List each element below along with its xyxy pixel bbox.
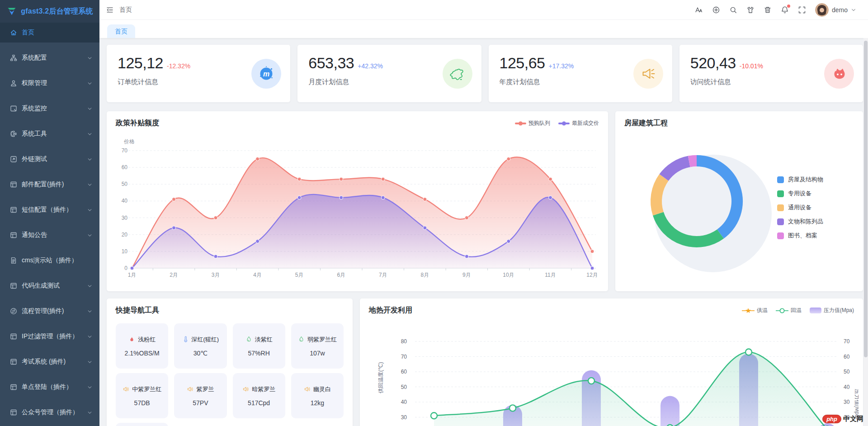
fullscreen-icon[interactable] [798, 6, 806, 14]
user-menu[interactable]: demo [815, 3, 856, 17]
sidebar-item-11[interactable]: 流程管理(插件) [0, 301, 99, 321]
header-icon-group [695, 6, 806, 14]
sidebar-item-label: 代码生成测试 [22, 282, 87, 290]
sidebar-item-label: 短信配置（插件） [22, 206, 87, 214]
sidebar-item-15[interactable]: 公众号管理（插件） [0, 402, 99, 422]
quick-nav-tile-0[interactable]: 浅粉红2.1%OBS/M [116, 323, 168, 369]
svg-text:m: m [263, 70, 269, 77]
sidebar-item-3[interactable]: 系统监控 [0, 99, 99, 118]
font-size-icon[interactable] [695, 6, 703, 14]
quick-nav-tile-partial[interactable] [116, 423, 168, 426]
watermark-text: 中文网 [843, 415, 863, 423]
quick-nav-tile-4[interactable]: 中紫罗兰红57DB [116, 373, 168, 418]
humidity-icon [245, 336, 252, 343]
grid-icon [10, 282, 17, 289]
sidebar-item-14[interactable]: 单点登陆（插件） [0, 377, 99, 397]
chevron-down-icon [87, 233, 92, 238]
legend-item[interactable]: 图书、档案 [777, 232, 823, 240]
theme-icon[interactable] [746, 6, 755, 14]
quick-nav-tile-5[interactable]: 紫罗兰57PV [174, 373, 226, 418]
svg-text:50: 50 [844, 369, 850, 375]
legend-item[interactable]: 通用设备 [777, 204, 823, 212]
svg-text:12月: 12月 [586, 272, 598, 278]
sidebar-item-12[interactable]: IP过滤管理（插件） [0, 327, 99, 346]
sidebar-item-8[interactable]: 通知公告 [0, 225, 99, 245]
search-icon[interactable] [729, 6, 737, 14]
header: 首页 demo [99, 0, 868, 20]
geo-chart-title: 地热开发利用 [369, 306, 412, 315]
stat-delta: +42.32% [358, 62, 383, 70]
chevron-down-icon [87, 56, 92, 61]
svg-text:30: 30 [122, 215, 128, 221]
sidebar-item-5[interactable]: 外链测试 [0, 149, 99, 169]
sidebar-item-7[interactable]: 短信配置（插件） [0, 200, 99, 220]
tile-title-row: 淡紫红 [245, 336, 273, 344]
svg-text:5月: 5月 [295, 272, 304, 278]
sidebar-item-label: 公众号管理（插件） [22, 408, 87, 417]
scrollbar[interactable] [863, 38, 868, 426]
chevron-down-icon [87, 132, 92, 137]
legend-item[interactable]: 房屋及结构物 [777, 175, 823, 184]
tab-home[interactable]: 首页 [107, 24, 135, 38]
chevron-down-icon [87, 309, 92, 314]
quick-nav-tile-3[interactable]: 弱紫罗兰红107w [291, 323, 344, 369]
policy-subsidy-chart-card: 政策补贴额度 预购队列最新成交价 010203040506070价格1月2月3月… [107, 111, 608, 291]
collapse-sidebar-icon[interactable] [106, 6, 114, 14]
svg-text:60: 60 [122, 164, 128, 170]
stat-card-3: 520,43-10.01%访问统计信息 [679, 45, 863, 102]
tile-value: 57%RH [248, 350, 270, 357]
tile-title-row: 中紫罗兰红 [123, 385, 161, 393]
doc-icon [10, 257, 17, 264]
legend-item[interactable]: 压力值(Mpa) [810, 307, 854, 314]
sidebar-item-1[interactable]: 系统配置 [0, 48, 99, 68]
sidebar-item-13[interactable]: 考试系统 (插件) [0, 352, 99, 372]
flame-icon [128, 336, 135, 343]
chevron-down-icon [87, 106, 92, 111]
legend-item[interactable]: 最新成交价 [558, 119, 599, 127]
bell-icon[interactable] [781, 6, 789, 14]
house-chart-title: 房屋建筑工程 [624, 118, 668, 128]
legend-item[interactable]: 文物和陈列品 [777, 218, 823, 226]
sidebar-item-10[interactable]: 代码生成测试 [0, 276, 99, 296]
quick-nav-tile-2[interactable]: 淡紫红57%RH [233, 323, 285, 369]
legend-item[interactable]: 专用设备 [777, 189, 823, 198]
sidebar-item-6[interactable]: 邮件配置(插件) [0, 175, 99, 194]
link-icon [10, 156, 17, 163]
locale-icon[interactable] [712, 6, 720, 14]
tile-name: 弱紫罗兰红 [307, 336, 337, 344]
scrollbar-thumb[interactable] [864, 41, 868, 357]
app-logo: gfast3.2后台管理系统 [0, 0, 99, 23]
legend-item[interactable]: 预购队列 [515, 119, 550, 127]
sidebar-item-label: 考试系统 (插件) [22, 358, 87, 366]
sidebar-item-label: 邮件配置(插件) [22, 180, 87, 189]
chevron-down-icon [87, 334, 92, 339]
legend-label: 图书、档案 [788, 232, 817, 240]
grid-icon [10, 409, 17, 416]
legend-swatch [777, 232, 784, 239]
legend-marker [558, 121, 570, 126]
quick-nav-tile-6[interactable]: 暗紫罗兰517Cpd [233, 373, 285, 418]
legend-item[interactable]: 回温 [776, 307, 802, 314]
quick-nav-tile-1[interactable]: 深红(猩红)30℃ [174, 323, 226, 369]
puzzle-icon [10, 130, 17, 137]
house-donut-chart [615, 111, 863, 291]
sidebar-item-4[interactable]: 系统工具 [0, 124, 99, 144]
sidebar: gfast3.2后台管理系统 首页系统配置权限管理系统监控系统工具外链测试邮件配… [0, 0, 99, 426]
svg-text:60: 60 [401, 369, 407, 375]
tile-value: 107w [310, 350, 325, 357]
avatar[interactable] [815, 3, 829, 17]
legend-swatch [777, 190, 784, 197]
tile-name: 暗紫罗兰 [252, 385, 275, 393]
sidebar-item-2[interactable]: 权限管理 [0, 73, 99, 93]
sidebar-item-label: 首页 [22, 28, 92, 37]
policy-line-chart: 010203040506070价格1月2月3月4月5月6月7月8月9月10月11… [115, 132, 598, 282]
tile-value: 12kg [311, 399, 324, 407]
stat-card-1: 653,33+42.32%月度计划信息 [297, 45, 481, 102]
tile-title-row: 幽灵白 [304, 385, 331, 393]
sidebar-item-9[interactable]: cms演示站（插件） [0, 251, 99, 270]
trash-icon[interactable] [764, 6, 772, 14]
legend-item[interactable]: 供温 [742, 307, 768, 314]
sidebar-item-0[interactable]: 首页 [0, 23, 99, 43]
quick-nav-tile-7[interactable]: 幽灵白12kg [291, 373, 344, 418]
tile-title-row: 深红(猩红) [182, 336, 219, 344]
